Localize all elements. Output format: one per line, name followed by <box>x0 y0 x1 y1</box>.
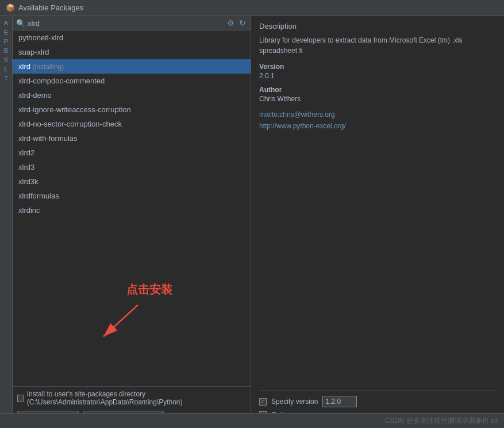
sidebar-letter-a: A <box>4 18 8 28</box>
sidebar-letter-p: P <box>4 37 8 46</box>
package-name: xlrd2 <box>18 148 34 157</box>
title-bar-text: Available Packages <box>18 3 83 12</box>
search-icon: 🔍 <box>16 19 25 28</box>
mailto-link[interactable]: mailto:chris@withers.org <box>259 109 496 120</box>
package-item[interactable]: xlrd-demo <box>13 88 251 102</box>
package-name: suap-xlrd <box>18 48 49 56</box>
sidebar-strip: A E P B S L T <box>0 16 13 428</box>
package-item[interactable]: suap-xlrd <box>13 45 251 59</box>
package-name: xlrd3k <box>18 177 39 186</box>
install-path-row: Install to user's site-packages director… <box>17 390 246 406</box>
package-installing-note: (installing) <box>33 63 64 71</box>
package-name: xlrdinc <box>18 206 40 215</box>
package-item[interactable]: xlrd-with-formulas <box>13 131 251 146</box>
package-name: xlrd-compdoc-commented <box>18 77 105 85</box>
package-item[interactable]: xlrd (installing) <box>13 59 251 74</box>
package-name: xlrd3 <box>18 163 34 171</box>
package-name: xlrdformulas <box>18 192 59 200</box>
search-input[interactable] <box>28 19 224 28</box>
package-name: xlrd-with-formulas <box>18 134 78 143</box>
sidebar-letter-ec: E <box>4 28 8 37</box>
left-panel: 🔍 ⚙ ↻ pythonetl-xlrdsuap-xlrdxlrd (insta… <box>13 16 251 428</box>
version-input[interactable] <box>322 396 357 407</box>
description-text: Library for developers to extract data f… <box>259 35 496 56</box>
python-excel-link[interactable]: http://www.python-excel.org/ <box>259 120 496 132</box>
package-item[interactable]: xlrd-no-sector-corruption-check <box>13 117 251 131</box>
sidebar-letter-l: L <box>4 64 7 74</box>
description-section-title: Description <box>259 22 496 30</box>
package-item[interactable]: xlrd3k <box>13 174 251 189</box>
package-name: xlrd <box>18 62 30 71</box>
package-name: xlrd-demo <box>18 91 52 100</box>
specify-version-checkbox[interactable] <box>259 398 267 406</box>
title-bar-icon: 📦 <box>6 3 15 12</box>
package-item[interactable]: xlrd-compdoc-commented <box>13 74 251 88</box>
package-item[interactable]: xlrd3 <box>13 160 251 174</box>
package-item[interactable]: xlrdinc <box>13 203 251 217</box>
sidebar-letter-b: B <box>4 46 8 55</box>
package-list: pythonetl-xlrdsuap-xlrdxlrd (installing)… <box>13 30 251 386</box>
specify-version-label: Specify version <box>271 398 318 406</box>
author-value: Chris Withers <box>259 95 496 103</box>
version-label: Version <box>259 63 496 71</box>
install-path-label: Install to user's site-packages director… <box>27 390 246 406</box>
search-bar: 🔍 ⚙ ↻ <box>13 16 251 30</box>
author-label: Author <box>259 86 496 94</box>
package-name: pythonetl-xlrd <box>18 33 63 42</box>
install-to-user-checkbox[interactable] <box>17 395 24 402</box>
settings-icon-btn[interactable]: ⚙ <box>226 18 236 28</box>
package-item[interactable]: xlrd-ignore-writeaccess-corruption <box>13 102 251 117</box>
package-item[interactable]: xlrdformulas <box>13 189 251 203</box>
status-bar: CSDN @多测师软件测试培训师肖 sir <box>0 413 504 428</box>
search-actions: ⚙ ↻ <box>226 18 247 28</box>
watermark-text: CSDN @多测师软件测试培训师肖 sir <box>384 416 498 426</box>
package-name: xlrd-ignore-writeaccess-corruption <box>18 105 131 114</box>
package-item[interactable]: pythonetl-xlrd <box>13 30 251 45</box>
refresh-icon-btn[interactable]: ↻ <box>238 18 247 28</box>
version-value: 2.0.1 <box>259 72 496 80</box>
specify-version-row: Specify version <box>259 396 496 407</box>
right-panel: Description Library for developers to ex… <box>251 16 504 428</box>
package-item[interactable]: xlrd2 <box>13 146 251 160</box>
title-bar: 📦 Available Packages <box>0 0 504 16</box>
sidebar-letter-t: T <box>4 74 8 83</box>
sidebar-letter-s: S <box>4 55 8 64</box>
package-name: xlrd-no-sector-corruption-check <box>18 120 122 128</box>
